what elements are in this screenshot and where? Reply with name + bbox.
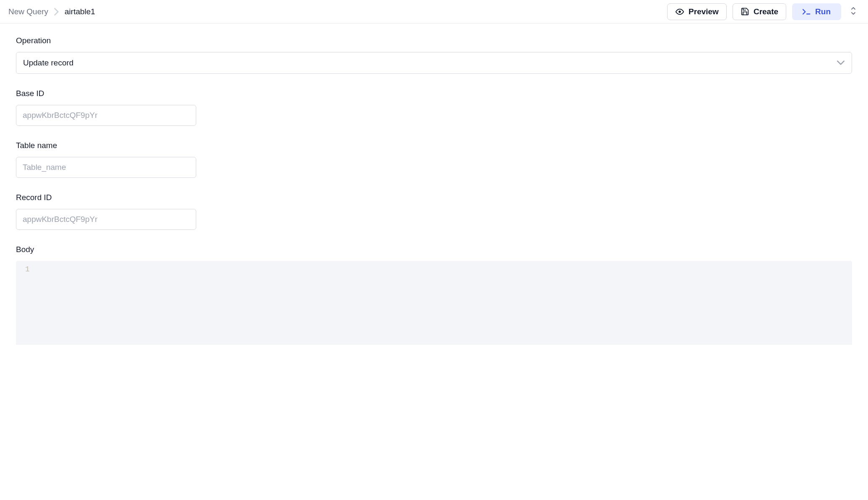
breadcrumb-current[interactable]: airtable1 — [65, 7, 95, 16]
run-icon — [803, 8, 811, 15]
operation-select-wrap: Update record — [16, 52, 852, 74]
svg-point-0 — [678, 10, 681, 13]
preview-label: Preview — [689, 7, 719, 16]
chevron-right-icon — [54, 8, 59, 16]
record-id-input[interactable] — [16, 209, 196, 230]
table-name-input[interactable] — [16, 157, 196, 178]
eye-icon — [675, 7, 684, 16]
run-label: Run — [815, 7, 831, 16]
record-id-group: Record ID — [16, 193, 852, 230]
breadcrumb-root[interactable]: New Query — [8, 7, 48, 16]
operation-label: Operation — [16, 36, 852, 45]
base-id-input[interactable] — [16, 105, 196, 126]
breadcrumb: New Query airtable1 — [8, 7, 95, 16]
header-bar: New Query airtable1 Preview — [0, 0, 868, 23]
base-id-group: Base ID — [16, 89, 852, 126]
save-icon — [741, 7, 749, 16]
record-id-label: Record ID — [16, 193, 852, 202]
base-id-label: Base ID — [16, 89, 852, 98]
create-label: Create — [754, 7, 778, 16]
collapse-icon — [850, 7, 856, 16]
line-number: 1 — [25, 265, 30, 273]
table-name-label: Table name — [16, 141, 852, 150]
body-group: Body 1 — [16, 245, 852, 345]
operation-select[interactable]: Update record — [16, 52, 852, 74]
header-actions: Preview Create Run — [667, 3, 860, 20]
create-button[interactable]: Create — [733, 3, 786, 20]
collapse-button[interactable] — [847, 5, 860, 18]
operation-group: Operation Update record — [16, 36, 852, 74]
code-content[interactable] — [37, 261, 852, 345]
body-editor[interactable]: 1 — [16, 261, 852, 345]
table-name-group: Table name — [16, 141, 852, 178]
code-gutter: 1 — [16, 261, 37, 345]
run-button[interactable]: Run — [792, 3, 841, 20]
body-label: Body — [16, 245, 852, 254]
form-area: Operation Update record Base ID Table na… — [0, 23, 868, 345]
preview-button[interactable]: Preview — [667, 3, 727, 20]
